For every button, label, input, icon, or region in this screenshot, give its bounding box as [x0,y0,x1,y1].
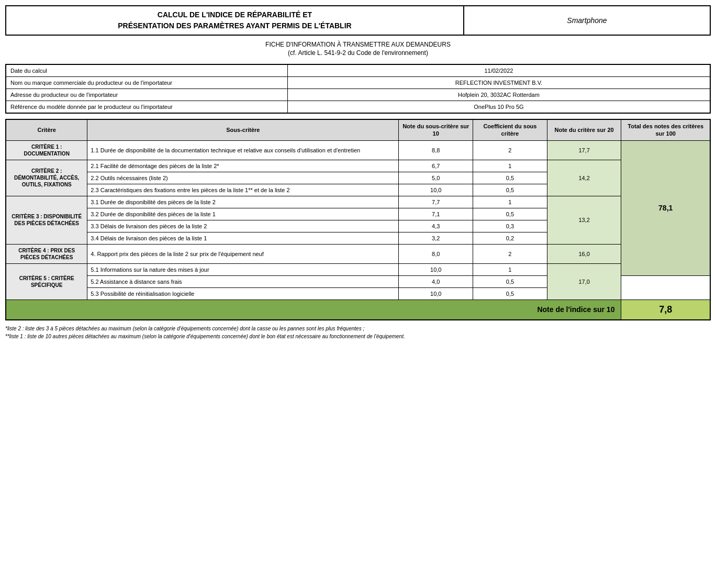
subtitle-line2: (cf. Article L. 541-9-2 du Code de l'env… [5,49,711,60]
critere3-note3: 4,3 [399,220,473,232]
footer-row: Note de l'indice sur 10 7,8 [6,299,710,320]
critere2-label: CRITÈRE 2 : DÉMONTABILITÉ, ACCÈS, OUTILS… [6,160,87,196]
critere1-row: CRITÈRE 1 : DOCUMENTATION 1.1 Durée de d… [6,140,710,160]
critere2-row1: CRITÈRE 2 : DÉMONTABILITÉ, ACCÈS, OUTILS… [6,160,710,172]
info-value-producer: REFLECTION INVESTMENT B.V. [287,77,710,89]
critere2-note2: 5,0 [399,172,473,184]
col-header-total: Total des notes des critères sur 100 [621,119,710,140]
critere3-note4: 3,2 [399,232,473,244]
critere5-label: CRITÈRE 5 : CRITÈRE SPÉCIFIQUE [6,263,87,299]
critere1-label: CRITÈRE 1 : DOCUMENTATION [6,140,87,160]
critere2-sub2: 2.2 Outils nécessaires (liste 2) [87,172,399,184]
critere4-label: CRITÈRE 4 : PRIX DES PIÈCES DÉTACHÉES [6,244,87,263]
info-value-date: 11/02/2022 [287,64,710,77]
critere2-note1: 6,7 [399,160,473,172]
critere3-sub2: 3.2 Durée de disponibilité des pièces de… [87,208,399,220]
critere2-coeff2: 0,5 [473,172,547,184]
critere2-coeff3: 0,5 [473,184,547,196]
critere3-note2: 7,1 [399,208,473,220]
info-row-producer: Nom ou marque commerciale du producteur … [6,77,710,89]
critere1-coeff1: 2 [473,140,547,160]
product-type: Smartphone [464,6,710,35]
critere4-sub1: 4. Rapport prix des pièces de la liste 2… [87,244,399,263]
col-header-note-sous: Note du sous-critère sur 10 [399,119,473,140]
critere1-sub1: 1.1 Durée de disponibilité de la documen… [87,140,399,160]
info-table: Date du calcul 11/02/2022 Nom ou marque … [5,64,711,114]
header-table: CALCUL DE L'INDICE DE RÉPARABILITÉ ET PR… [5,5,711,36]
subtitle-table: FICHE D'INFORMATION À TRANSMETTRE AUX DE… [5,38,711,60]
subtitle-line1: FICHE D'INFORMATION À TRANSMETTRE AUX DE… [5,38,711,49]
info-row-date: Date du calcul 11/02/2022 [6,64,710,77]
main-criteria-table: Critère Sous-critère Note du sous-critèr… [5,119,711,320]
title-line1: CALCUL DE L'INDICE DE RÉPARABILITÉ ET [158,10,312,19]
info-label-address: Adresse du producteur ou de l'importateu… [6,89,287,101]
critere3-coeff3: 0,3 [473,220,547,232]
col-header-critere: Critère [6,119,87,140]
critere2-sub3: 2.3 Caractéristiques des fixations entre… [87,184,399,196]
critere4-row: CRITÈRE 4 : PRIX DES PIÈCES DÉTACHÉES 4.… [6,244,710,263]
critere4-note1: 8,0 [399,244,473,263]
critere3-note-critere: 13,2 [547,196,621,244]
critere3-coeff2: 0,5 [473,208,547,220]
critere3-sub4: 3.4 Délais de livraison des pièces de la… [87,232,399,244]
critere2-note-critere: 14,2 [547,160,621,196]
footer-score: 7,8 [621,299,710,320]
critere5-coeff3: 0,5 [473,287,547,299]
footnote2: **liste 1 : liste de 10 autres pièces dé… [5,332,711,340]
critere5-sub2: 5.2 Assistance à distance sans frais [87,275,399,287]
critere3-note1: 7,7 [399,196,473,208]
main-title: CALCUL DE L'INDICE DE RÉPARABILITÉ ET PR… [6,6,464,35]
critere5-note3: 10,0 [399,287,473,299]
info-label-model: Référence du modèle donnée par le produc… [6,101,287,114]
critere2-sub1: 2.1 Facilité de démontage des pièces de … [87,160,399,172]
critere1-note-critere: 17,7 [547,140,621,160]
info-value-model: OnePlus 10 Pro 5G [287,101,710,114]
critere3-row1: CRITÈRE 3 : DISPONIBILITÉ DES PIÈCES DÉT… [6,196,710,208]
footnote1: *liste 2 : liste des 3 à 5 pièces détach… [5,325,711,332]
info-label-date: Date du calcul [6,64,287,77]
critere5-row1: CRITÈRE 5 : CRITÈRE SPÉCIFIQUE 5.1 Infor… [6,263,710,275]
critere3-sub1: 3.1 Durée de disponibilité des pièces de… [87,196,399,208]
critere5-sub1: 5.1 Informations sur la nature des mises… [87,263,399,275]
info-label-producer: Nom ou marque commerciale du producteur … [6,77,287,89]
col-header-note-critere: Note du critère sur 20 [547,119,621,140]
critere3-coeff1: 1 [473,196,547,208]
total-all: 78,1 [621,140,710,275]
title-line2: PRÉSENTATION DES PARAMÈTRES AYANT PERMIS… [118,21,351,30]
critere3-coeff4: 0,2 [473,232,547,244]
critere3-sub3: 3.3 Délais de livraison des pièces de la… [87,220,399,232]
critere2-coeff1: 1 [473,160,547,172]
col-header-sous-critere: Sous-critère [87,119,399,140]
critere5-note1: 10,0 [399,263,473,275]
critere2-note3: 10,0 [399,184,473,196]
footer-label: Note de l'indice sur 10 [6,299,621,320]
critere4-coeff1: 2 [473,244,547,263]
info-row-address: Adresse du producteur ou de l'importateu… [6,89,710,101]
critere1-note1: 8,8 [399,140,473,160]
col-header-coeff: Coefficient du sous critère [473,119,547,140]
info-row-model: Référence du modèle donnée par le produc… [6,101,710,114]
critere3-label: CRITÈRE 3 : DISPONIBILITÉ DES PIÈCES DÉT… [6,196,87,244]
footnotes: *liste 2 : liste des 3 à 5 pièces détach… [5,325,711,340]
critere5-note2: 4,0 [399,275,473,287]
critere5-note-critere: 17,0 [547,263,621,299]
critere4-note-critere: 16,0 [547,244,621,263]
critere5-sub3: 5.3 Possibilité de réinitialisation logi… [87,287,399,299]
critere5-coeff1: 1 [473,263,547,275]
critere5-coeff2: 0,5 [473,275,547,287]
info-value-address: Hofplein 20, 3032AC Rotterdam [287,89,710,101]
